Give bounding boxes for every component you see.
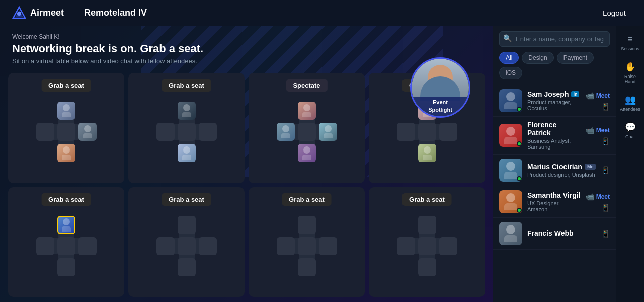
table-card-3: Spectate [249, 73, 365, 183]
device-icon: 📱 [601, 103, 610, 111]
table-cross-center [298, 237, 316, 255]
table-shape [156, 102, 217, 162]
grab-seat-button[interactable]: Grab a seat [162, 193, 211, 206]
video-icon: 📹 [586, 126, 594, 134]
table-cross-center [57, 123, 75, 141]
table-card-5: Grab a seat [8, 187, 124, 297]
sessions-icon: ≡ [627, 34, 633, 45]
person-body [302, 155, 311, 160]
grab-seat-button[interactable]: Grab a seat [41, 193, 91, 206]
attendee-role: Business Analyst, Samsung [527, 138, 581, 150]
grab-seat-button[interactable]: Grab a seat [402, 193, 452, 206]
attendee-avatar [499, 159, 522, 182]
attendee-avatar [499, 89, 522, 112]
table-shape [156, 216, 217, 276]
spotlight-label: Event Spotlight [412, 97, 469, 116]
welcome-text: Welcome Sahil K! [12, 33, 481, 40]
headline: Networking break is on. Grab a seat. [12, 42, 481, 55]
person-body [83, 133, 92, 138]
sidebar-main: 🔍 AllDesignPaymentiOS Sam JosephinProduc… [493, 26, 616, 302]
sidebar-icon-label: Sessions [621, 46, 639, 51]
search-input[interactable] [499, 31, 610, 47]
seat-bottom [178, 144, 196, 162]
meet-button[interactable]: 📹Meet [586, 91, 610, 101]
table-cross-center [298, 123, 316, 141]
video-icon: 📹 [586, 193, 594, 201]
person-shape [178, 102, 196, 120]
seat-top [298, 102, 316, 120]
tag-filter-ios[interactable]: iOS [499, 67, 522, 79]
sidebar-icon-sessions[interactable]: ≡Sessions [618, 30, 643, 55]
table-card-1: Grab a seat [8, 73, 124, 183]
table-cross-center [418, 237, 436, 255]
event-spotlight[interactable]: Event Spotlight [410, 57, 470, 118]
person-shape [298, 102, 316, 120]
person-body [62, 226, 71, 232]
attendee-item: Sam JosephinProduct manager, Occulus📹Mee… [493, 85, 616, 117]
seat-bottom [57, 258, 75, 276]
seat-top [418, 216, 436, 234]
person-head [63, 104, 70, 111]
attendee-info: Florence PatrickBusiness Analyst, Samsun… [527, 121, 581, 150]
attendee-info: Samantha VirgilUX Designer, Amazon [527, 191, 581, 212]
search-icon: 🔍 [503, 34, 512, 42]
person-shape [58, 217, 74, 233]
device-icon: 📱 [601, 166, 610, 174]
table-cross-center [178, 237, 196, 255]
table-shape [277, 216, 337, 276]
seat-top [178, 102, 196, 120]
sidebar: 🔍 AllDesignPaymentiOS Sam JosephinProduc… [493, 26, 644, 302]
grab-seat-button[interactable]: Grab a seat [162, 79, 211, 92]
attendee-actions: 📱 [601, 166, 610, 174]
online-indicator [517, 176, 522, 181]
person-body [182, 112, 191, 117]
seat-right [439, 123, 457, 141]
tag-filters: AllDesignPaymentiOS [493, 50, 616, 83]
person-head [63, 146, 70, 154]
attendee-role: Product manager, Occulus [527, 99, 581, 111]
person-body [281, 133, 290, 138]
grab-seat-button[interactable]: Grab a seat [282, 193, 332, 206]
seat-left [277, 123, 295, 141]
table-cross-center [57, 237, 75, 255]
seat-right [78, 123, 97, 141]
seat-bottom [57, 144, 75, 162]
meet-button[interactable]: 📹Meet [586, 192, 610, 202]
sidebar-icon-label: Chat [625, 134, 635, 139]
logout-button[interactable]: Logout [597, 6, 632, 20]
attendee-avatar [499, 190, 522, 213]
attendee-info: Francis Webb [527, 229, 596, 238]
table-card-2: Grab a seat [128, 73, 245, 183]
online-indicator [517, 141, 522, 146]
seat-top [178, 216, 196, 234]
person-shape [319, 123, 337, 141]
person-shape [298, 144, 316, 162]
person-head [303, 104, 310, 111]
seat-right [78, 237, 97, 255]
spectate-button[interactable]: Spectate [286, 79, 327, 92]
seat-top [57, 102, 75, 120]
attendee-name: Sam Josephin [527, 90, 581, 98]
meet-button[interactable]: 📹Meet [586, 125, 610, 135]
sidebar-icon-attendees[interactable]: 👥Attendees [618, 90, 643, 116]
attendees-icon: 👥 [625, 94, 636, 105]
person-shape [57, 144, 75, 162]
person-head [183, 146, 190, 154]
person-head [63, 218, 70, 225]
logo-text: Airmeet [30, 8, 64, 18]
sidebar-icon-chat[interactable]: 💬Chat [618, 118, 643, 143]
tag-filter-design[interactable]: Design [522, 52, 553, 64]
person-head [282, 125, 289, 132]
attendee-actions: 📱 [601, 230, 610, 238]
seat-bottom [418, 144, 436, 162]
sidebar-icon-raise-hand[interactable]: ✋Raise Hand [618, 57, 643, 88]
person-shape [418, 144, 436, 162]
attendee-role: Product designer, Unsplash [527, 172, 596, 178]
tag-filter-all[interactable]: All [499, 52, 519, 64]
grab-seat-button[interactable]: Grab a seat [41, 79, 91, 92]
seat-right [199, 237, 217, 255]
attendee-avatar [499, 222, 522, 245]
tag-filter-payment[interactable]: Payment [557, 52, 594, 64]
main-layout: Welcome Sahil K! Networking break is on.… [0, 26, 644, 302]
seat-left [36, 237, 54, 255]
